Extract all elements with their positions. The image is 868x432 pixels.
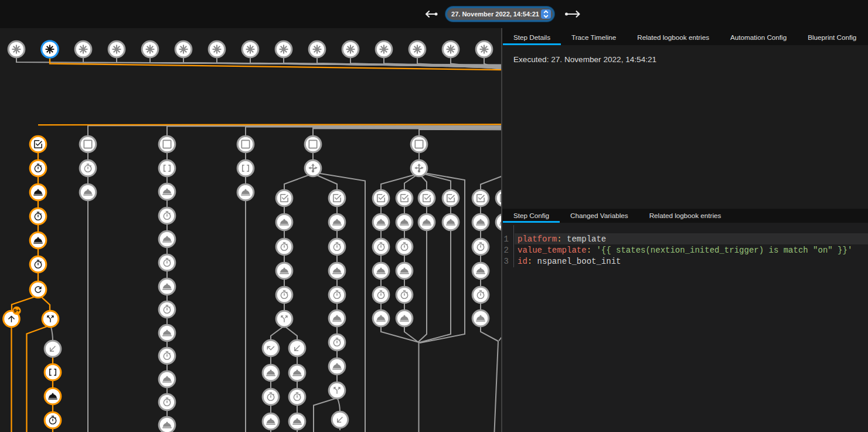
svg-text:9+: 9+ [13,307,20,314]
